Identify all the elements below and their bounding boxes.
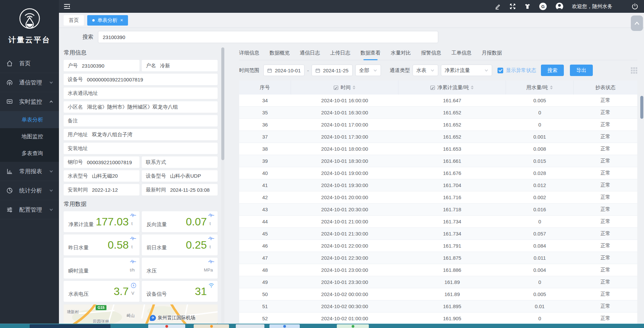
sidebar-subitem-地图监控[interactable]: 地图监控 — [0, 128, 59, 145]
close-tab-icon[interactable]: × — [120, 18, 123, 23]
sidebar-item-实时监控[interactable]: 实时监控 — [0, 92, 59, 111]
detail-tab-详细信息[interactable]: 详细信息 — [239, 46, 259, 60]
sidebar: 计量云平台 首页通信管理实时监控单表分析地图监控多表查询常用报表统计分析配置管理 — [0, 0, 59, 328]
table-cell: 161.704 — [398, 182, 506, 188]
taskbar-app-window[interactable] — [269, 324, 300, 328]
detail-tab-label: 上传日志 — [330, 50, 350, 56]
taskbar-app-window[interactable] — [337, 324, 369, 328]
search-button[interactable]: 搜索 — [541, 65, 564, 76]
sidebar-item-配置管理[interactable]: 配置管理 — [0, 200, 59, 219]
sort-carets-icon[interactable] — [471, 85, 474, 89]
table-cell: 0.057 — [506, 231, 574, 236]
column-settings-grid-icon[interactable] — [631, 67, 637, 74]
table-cell: 2024-10-01 16:00:00 — [291, 98, 398, 103]
metric-unit: t/h — [130, 267, 135, 272]
field-value: 湖北省》随州市》随州城区》双龙寺八组 — [87, 104, 178, 110]
tab-home[interactable]: 首页 — [64, 15, 84, 26]
pie-chart-icon — [6, 187, 14, 194]
sidebar-subitem-label: 单表分析 — [22, 116, 43, 123]
info-field-设备型号: 设备型号山科小表UDP — [142, 170, 218, 182]
info-field-备注: 备注 — [64, 115, 218, 126]
taskbar-app-window[interactable] — [30, 324, 110, 328]
chevron-down-icon — [373, 68, 377, 72]
sort-carets-icon[interactable] — [353, 85, 355, 89]
info-field-安装时间: 安装时间2022-12-12 — [64, 184, 139, 195]
table-cell: 49 — [239, 279, 291, 285]
metric-label: 昨日水量 — [68, 245, 89, 251]
field-label: 设备型号 — [146, 173, 166, 179]
sidebar-item-label: 配置管理 — [19, 206, 42, 214]
theme-tshirt-icon[interactable] — [524, 3, 531, 10]
taskbar-app-window[interactable] — [148, 324, 185, 328]
export-button[interactable]: 导出 — [570, 65, 593, 76]
left-panel-scrollbar-thumb[interactable] — [221, 47, 224, 160]
table-cell: 161.652 — [398, 134, 506, 140]
range-select[interactable]: 全部 — [355, 65, 381, 76]
table-cell: 35 — [239, 110, 291, 115]
table-cell: 2024-10-02 00:00:00 — [291, 291, 398, 297]
table-row: 352024-10-01 16:30:00161.6520正常 — [239, 107, 637, 119]
sidebar-subitem-label: 多表查询 — [22, 150, 43, 157]
sidebar-item-常用报表[interactable]: 常用报表 — [0, 162, 59, 181]
sidebar-subitem-label: 地图监控 — [22, 133, 43, 140]
show-abnormal-label[interactable]: 显示异常状态 — [506, 67, 536, 74]
metric-value: 0.25 — [186, 239, 207, 251]
table-cell: 0.084 — [506, 243, 574, 249]
table-row: 482024-10-01 23:00:00161.8860.004正常 — [239, 264, 637, 276]
table-cell: 2024-10-01 17:30:00 — [291, 134, 398, 140]
column-header-净累计流量/吨[interactable]: 净累计流量/吨 — [398, 80, 506, 95]
detail-tab-通信日志[interactable]: 通信日志 — [300, 46, 320, 60]
table-cell: 2024-10-01 21:00:00 — [291, 219, 398, 224]
taskbar-app-window[interactable] — [194, 324, 229, 328]
logout-power-icon[interactable] — [631, 3, 639, 10]
edit-column-icon[interactable] — [430, 85, 435, 90]
column-header-用水量/吨[interactable]: 用水量/吨 — [506, 80, 574, 95]
show-abnormal-checkbox[interactable] — [497, 68, 503, 73]
detail-tab-数据概览[interactable]: 数据概览 — [269, 46, 290, 60]
detail-tab-数据查看[interactable]: 数据查看 — [360, 46, 381, 60]
detail-tab-水量对比[interactable]: 水量对比 — [391, 46, 411, 60]
detail-tab-工单信息[interactable]: 工单信息 — [451, 46, 472, 60]
sort-carets-icon[interactable] — [550, 85, 553, 89]
edit-log-icon[interactable] — [494, 3, 501, 10]
chevron-down-icon — [430, 68, 434, 72]
os-taskbar[interactable] — [0, 324, 644, 328]
date-from-picker[interactable]: 2024-10-01 — [263, 65, 304, 76]
table-cell: 38 — [239, 146, 291, 152]
left-panel-scrollbar[interactable] — [221, 47, 224, 327]
detail-tab-上传日志[interactable]: 上传日志 — [330, 46, 350, 60]
detail-tab-报警信息[interactable]: 报警信息 — [421, 46, 441, 60]
column-header-时间[interactable]: 时间 — [291, 80, 398, 95]
table-cell: 正常 — [574, 279, 637, 285]
fullscreen-icon[interactable] — [509, 3, 516, 10]
date-to-picker[interactable]: 2024-11-25 — [312, 65, 353, 76]
sidebar-item-首页[interactable]: 首页 — [0, 54, 59, 73]
field-label: 安装地址 — [68, 145, 88, 152]
metric-label: 水表电压 — [68, 291, 89, 297]
search-row: 搜索 — [59, 28, 644, 46]
sidebar-subitem-多表查询[interactable]: 多表查询 — [0, 145, 59, 162]
edit-column-icon[interactable] — [333, 85, 339, 90]
collapse-menu-icon[interactable] — [63, 2, 71, 10]
sidebar-item-统计分析[interactable]: 统计分析 — [0, 181, 59, 200]
table-cell: 0.028 — [506, 170, 574, 176]
detail-tab-月报数据[interactable]: 月报数据 — [482, 46, 502, 60]
table-cell: 2024-10-01 18:30:00 — [291, 158, 398, 164]
table-cell: 48 — [239, 267, 291, 273]
sidebar-item-通信管理[interactable]: 通信管理 — [0, 73, 59, 92]
sidebar-subitem-单表分析[interactable]: 单表分析 — [0, 111, 59, 128]
window-scrollbar-thumb[interactable] — [640, 96, 643, 119]
table-cell: 37 — [239, 134, 291, 140]
user-avatar-icon[interactable] — [555, 2, 564, 11]
taskbar-app-window[interactable] — [236, 324, 264, 328]
search-input[interactable] — [98, 31, 438, 43]
table-row: 392024-10-01 18:30:00161.6610.015正常 — [239, 155, 637, 167]
google-account-icon[interactable]: G — [539, 2, 547, 10]
metric-select[interactable]: 净累计流量 — [441, 65, 492, 76]
scroll-top-button[interactable] — [631, 15, 643, 31]
tab-single-meter-analysis[interactable]: 单表分析 × — [87, 15, 128, 26]
channel-select[interactable]: 水表 — [413, 65, 438, 76]
metric-select-value: 净累计流量 — [445, 67, 470, 74]
airport-map-marker[interactable]: ✈ 泉州晋江国际机场 — [150, 315, 195, 321]
table-cell: 46 — [239, 243, 291, 249]
